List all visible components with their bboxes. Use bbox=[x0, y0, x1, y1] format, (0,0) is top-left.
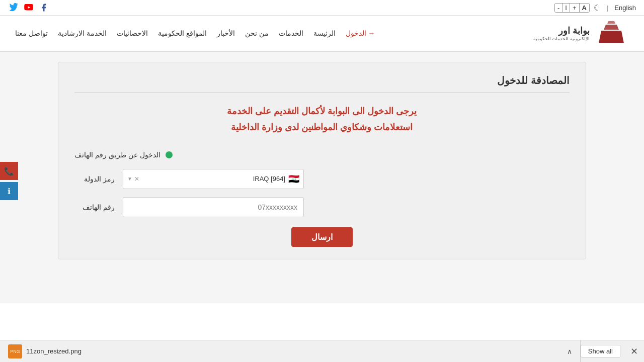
facebook-icon[interactable] bbox=[38, 2, 49, 13]
font-a-button[interactable]: A bbox=[580, 4, 589, 12]
top-bar: - I + A ☾ | English bbox=[0, 0, 644, 16]
social-links bbox=[8, 2, 49, 13]
logo-shape-icon bbox=[594, 21, 629, 46]
form-description: يرجى الدخول الى البوابة لأكمال التقديم ع… bbox=[74, 103, 570, 136]
login-method: الدخول عن طريق رقم الهاتف bbox=[74, 151, 570, 159]
phone-label: رقم الهاتف bbox=[74, 203, 115, 211]
country-label: رمز الدولة bbox=[74, 175, 115, 183]
logo-title: بوابة اور bbox=[533, 25, 590, 36]
desc-part1: يرجى الدخول الى البوابة لأكمال التقديم ع… bbox=[227, 106, 417, 116]
svg-marker-0 bbox=[599, 31, 624, 43]
country-select-inner: IRAQ [964] 🇮🇶 bbox=[139, 173, 299, 185]
nav-item-2[interactable]: من نحن bbox=[245, 29, 269, 37]
chevron-down-icon: ▼ bbox=[127, 176, 132, 182]
submit-button[interactable]: ارسال bbox=[291, 227, 353, 247]
login-icon: → bbox=[368, 29, 375, 37]
clear-icon[interactable]: ✕ bbox=[134, 175, 139, 183]
main-content: المصادقة للدخول يرجى الدخول الى البوابة … bbox=[0, 52, 644, 303]
nav-link-0[interactable]: الرئيسة bbox=[313, 29, 336, 37]
nav-item-login[interactable]: → الدخول bbox=[346, 29, 375, 37]
lang-divider: | bbox=[607, 4, 608, 12]
nav-item-7[interactable]: تواصل معنا bbox=[15, 29, 48, 37]
country-row: ▼ ✕ IRAQ [964] 🇮🇶 رمز الدولة bbox=[74, 169, 570, 189]
logo: بوابة اور الإلكترونية للخدمات الحكومية bbox=[533, 21, 629, 46]
svg-marker-2 bbox=[607, 21, 615, 24]
font-controls[interactable]: - I + A bbox=[554, 3, 590, 13]
nav-link-1[interactable]: الخدمات bbox=[279, 29, 303, 37]
phone-row: رقم الهاتف bbox=[74, 197, 570, 217]
form-title: المصادقة للدخول bbox=[74, 74, 570, 93]
phone-button[interactable]: 📞 bbox=[0, 162, 18, 180]
nav-item-0[interactable]: الرئيسة bbox=[313, 29, 336, 37]
nav-link-2[interactable]: من نحن bbox=[245, 29, 269, 37]
font-plus-button[interactable]: + bbox=[570, 4, 580, 12]
nav-link-3[interactable]: الأخبار bbox=[217, 29, 235, 37]
info-button[interactable]: ℹ bbox=[0, 182, 18, 200]
login-method-label: الدخول عن طريق رقم الهاتف bbox=[74, 151, 160, 159]
youtube-icon[interactable] bbox=[23, 2, 34, 13]
select-controls: ▼ ✕ bbox=[127, 175, 139, 183]
svg-marker-1 bbox=[604, 25, 619, 30]
logo-subtitle: الإلكترونية للخدمات الحكومية bbox=[533, 36, 590, 41]
nav-link-6[interactable]: الخدمة الارشادية bbox=[58, 29, 107, 37]
twitter-icon[interactable] bbox=[8, 2, 19, 13]
info-icon: ℹ bbox=[8, 187, 11, 196]
logo-text-block: بوابة اور الإلكترونية للخدمات الحكومية bbox=[533, 25, 590, 41]
nav-item-5[interactable]: الاحصائيات bbox=[117, 29, 148, 37]
country-select[interactable]: ▼ ✕ IRAQ [964] 🇮🇶 bbox=[123, 169, 304, 189]
nav-item-1[interactable]: الخدمات bbox=[279, 29, 303, 37]
nav-link-7[interactable]: تواصل معنا bbox=[15, 29, 48, 37]
navbar: بوابة اور الإلكترونية للخدمات الحكومية →… bbox=[0, 16, 644, 52]
country-flag-icon: 🇮🇶 bbox=[288, 173, 299, 185]
theme-icon[interactable]: ☾ bbox=[594, 3, 601, 13]
language-label[interactable]: English bbox=[614, 4, 636, 12]
nav-item-6[interactable]: الخدمة الارشادية bbox=[58, 29, 107, 37]
top-bar-right: - I + A ☾ | English bbox=[554, 3, 636, 13]
nav-item-4[interactable]: المواقع الحكومية bbox=[158, 29, 207, 37]
login-link[interactable]: → الدخول bbox=[346, 29, 375, 37]
desc-highlight: استعلامات وشكاوي المواطنين لدى وزارة الد… bbox=[231, 122, 413, 132]
nav-link-4[interactable]: المواقع الحكومية bbox=[158, 29, 207, 37]
nav-links: → الدخول الرئيسة الخدمات من نحن الأخبار … bbox=[15, 29, 375, 37]
form-card: المصادقة للدخول يرجى الدخول الى البوابة … bbox=[58, 62, 586, 259]
country-name: IRAQ [964] bbox=[253, 175, 285, 183]
nav-link-5[interactable]: الاحصائيات bbox=[117, 29, 148, 37]
nav-item-3[interactable]: الأخبار bbox=[217, 29, 235, 37]
active-indicator bbox=[166, 151, 173, 158]
phone-icon: 📞 bbox=[4, 166, 14, 176]
font-sep: I bbox=[562, 4, 570, 12]
font-minus-button[interactable]: - bbox=[555, 4, 562, 12]
phone-input[interactable] bbox=[123, 197, 304, 217]
sidebar-buttons: 📞 ℹ bbox=[0, 162, 18, 200]
